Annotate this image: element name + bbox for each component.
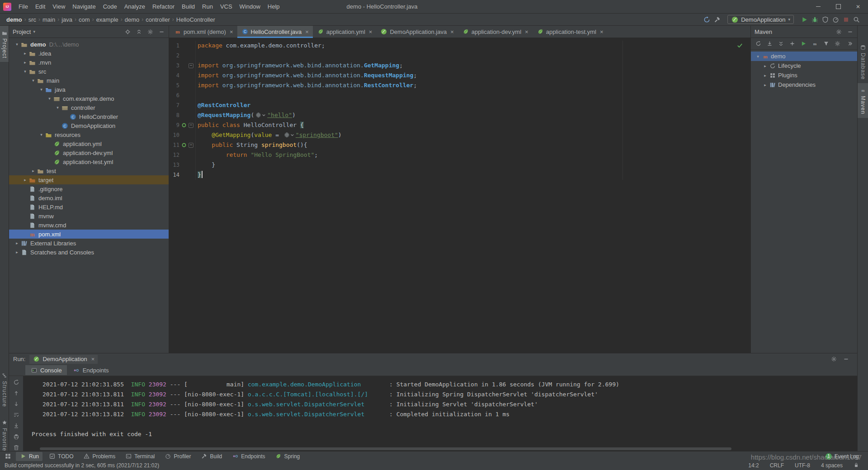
chevron-right-icon[interactable]: ▸ bbox=[22, 60, 28, 65]
project-tree-item-demo[interactable]: ▾demoD:\…\demo bbox=[9, 40, 169, 49]
minimize-icon[interactable] bbox=[842, 356, 849, 363]
chevron-right-icon[interactable]: ▸ bbox=[22, 178, 28, 182]
editor-tab-application-dev-yml[interactable]: application-dev.yml× bbox=[458, 26, 533, 38]
fold-icon[interactable]: − bbox=[189, 123, 193, 128]
project-tree-item-test[interactable]: ▸test bbox=[9, 166, 169, 175]
tool-window-button-project[interactable]: Project bbox=[0, 26, 9, 62]
code-line[interactable]: @GetMapping(value = "springboot") bbox=[198, 130, 750, 140]
chevron-right-icon[interactable]: ▸ bbox=[30, 169, 37, 173]
coverage-icon[interactable] bbox=[821, 16, 829, 23]
project-tree-item-mvn[interactable]: ▸.mvn bbox=[9, 58, 169, 67]
chevron-right-icon[interactable]: ▸ bbox=[762, 64, 769, 68]
breadcrumb-item-main-2[interactable]: main bbox=[41, 16, 57, 23]
refresh-icon[interactable] bbox=[755, 40, 762, 47]
maximize-window-button[interactable] bbox=[828, 0, 848, 13]
spring-bean-icon[interactable] bbox=[180, 141, 188, 149]
file-encoding[interactable]: UTF-8 bbox=[795, 462, 810, 469]
line-separator[interactable]: CRLF bbox=[770, 462, 784, 469]
minimize-window-button[interactable] bbox=[808, 0, 828, 13]
menu-refactor[interactable]: Refactor bbox=[149, 3, 178, 10]
chevron-down-icon[interactable]: ▾ bbox=[755, 54, 761, 59]
chevron-down-icon[interactable]: ▾ bbox=[14, 42, 20, 47]
maven-tree-item-demo[interactable]: ▾mdemo bbox=[751, 52, 857, 61]
chevron-down-icon[interactable]: ▾ bbox=[30, 78, 37, 83]
project-tree-item-scratches-and-consoles[interactable]: ▸Scratches and Consoles bbox=[9, 248, 169, 257]
project-tree-item-demo-iml[interactable]: demo.iml bbox=[9, 193, 169, 202]
project-tree-item-mvnw-cmd[interactable]: mvnw.cmd bbox=[9, 221, 169, 230]
tool-window-button-problems[interactable]: Problems bbox=[79, 452, 119, 461]
editor-tab-hellocontroller-java[interactable]: CHelloController.java× bbox=[237, 26, 313, 38]
editor-body[interactable]: 123−456789−1011−121314 package com.examp… bbox=[169, 38, 750, 180]
editor-tab-application-test-yml[interactable]: application-test.yml× bbox=[533, 26, 608, 38]
indent-setting[interactable]: 4 spaces bbox=[821, 462, 843, 469]
menu-window[interactable]: Window bbox=[236, 3, 264, 10]
play-sm-icon[interactable] bbox=[800, 40, 807, 47]
editor-tab-demoapplication-java[interactable]: DemoApplication.java× bbox=[376, 26, 458, 38]
tool-window-button-run[interactable]: Run bbox=[16, 452, 42, 461]
run-configuration-select[interactable]: DemoApplication▾ bbox=[727, 15, 794, 24]
project-tree-item-gitignore[interactable]: .gitignore bbox=[9, 184, 169, 193]
editor-tab-pom-xml-demo[interactable]: mpom.xml (demo)× bbox=[170, 26, 237, 38]
project-tree-item-java[interactable]: ▾java bbox=[9, 85, 169, 94]
profiler-icon[interactable] bbox=[832, 16, 839, 23]
down-icon[interactable] bbox=[13, 400, 20, 408]
project-tree-item-application-yml[interactable]: application.yml bbox=[9, 139, 169, 148]
horizontal-scrollbar[interactable] bbox=[40, 447, 731, 450]
expand-all-icon[interactable] bbox=[777, 40, 784, 47]
menu-analyze[interactable]: Analyze bbox=[121, 3, 149, 10]
close-tab-icon[interactable]: × bbox=[230, 29, 233, 35]
code-line[interactable]: @RestController bbox=[198, 100, 750, 110]
menu-navigate[interactable]: Navigate bbox=[69, 3, 99, 10]
caret-position[interactable]: 14:2 bbox=[748, 462, 759, 469]
chevron-right-icon[interactable]: ▸ bbox=[14, 250, 20, 254]
up-icon[interactable] bbox=[13, 390, 20, 397]
chevron-right-icon[interactable]: ▸ bbox=[762, 73, 769, 78]
tool-window-button-database[interactable]: Database bbox=[858, 40, 868, 83]
breadcrumb-item-example-5[interactable]: example bbox=[94, 16, 120, 23]
filter-icon[interactable] bbox=[822, 40, 830, 47]
menu-build[interactable]: Build bbox=[178, 3, 198, 10]
project-tree-item-pom-xml[interactable]: mpom.xml bbox=[9, 230, 169, 239]
breadcrumb-item-java-3[interactable]: java bbox=[60, 16, 74, 23]
fold-icon[interactable]: − bbox=[189, 143, 193, 148]
project-tree-item-application-test-yml[interactable]: application-test.yml bbox=[9, 157, 169, 166]
code-area[interactable]: package com.example.demo.controller;impo… bbox=[196, 41, 750, 180]
breadcrumb-item-src-1[interactable]: src bbox=[27, 16, 38, 23]
inspection-ok-icon[interactable] bbox=[736, 42, 743, 50]
stop-icon[interactable] bbox=[842, 16, 849, 23]
project-tree-item-help-md[interactable]: HELP.md bbox=[9, 202, 169, 212]
project-view-selector[interactable]: Project ▾ bbox=[13, 28, 35, 35]
breadcrumb-item-demo-0[interactable]: demo bbox=[5, 16, 24, 23]
code-line[interactable]: import org.springframework.web.bind.anno… bbox=[198, 70, 750, 80]
download-icon[interactable] bbox=[766, 40, 773, 47]
chevron-right-icon[interactable]: ▸ bbox=[22, 51, 28, 56]
menu-view[interactable]: View bbox=[49, 3, 69, 10]
minimize-icon[interactable] bbox=[846, 28, 854, 35]
code-line[interactable]: package com.example.demo.controller; bbox=[198, 41, 750, 51]
code-line[interactable]: } bbox=[198, 170, 750, 180]
code-line[interactable]: import org.springframework.web.bind.anno… bbox=[198, 80, 750, 90]
breadcrumb-item-com-4[interactable]: com bbox=[77, 16, 92, 23]
close-tab-icon[interactable]: × bbox=[525, 29, 528, 35]
chevron-down-icon[interactable]: ▾ bbox=[38, 132, 45, 137]
vcs-update-icon[interactable] bbox=[703, 16, 710, 23]
trash-icon[interactable] bbox=[13, 444, 20, 451]
tool-window-button-maven[interactable]: mMaven bbox=[858, 83, 868, 118]
chevron-down-icon[interactable]: ▾ bbox=[54, 105, 61, 110]
run-view-tab-console[interactable]: Console bbox=[25, 365, 67, 375]
code-line[interactable]: public String springboot(){ bbox=[198, 140, 750, 150]
code-line[interactable] bbox=[198, 90, 750, 100]
close-tab-icon[interactable]: × bbox=[91, 356, 95, 362]
tool-window-switcher-icon[interactable] bbox=[4, 453, 11, 460]
project-tree-item-idea[interactable]: ▸.idea bbox=[9, 49, 169, 58]
hammer-icon[interactable] bbox=[713, 16, 721, 23]
gear-icon[interactable] bbox=[835, 28, 842, 35]
maven-tree-item-plugins[interactable]: ▸Plugins bbox=[751, 70, 857, 80]
menu-file[interactable]: File bbox=[15, 3, 32, 10]
close-tab-icon[interactable]: × bbox=[369, 29, 373, 35]
gear-icon[interactable] bbox=[834, 40, 841, 47]
project-tree-item-application-dev-yml[interactable]: application-dev.yml bbox=[9, 148, 169, 157]
close-window-button[interactable]: ✕ bbox=[848, 0, 868, 13]
close-tab-icon[interactable]: × bbox=[600, 29, 604, 35]
gear-icon[interactable] bbox=[830, 356, 837, 363]
